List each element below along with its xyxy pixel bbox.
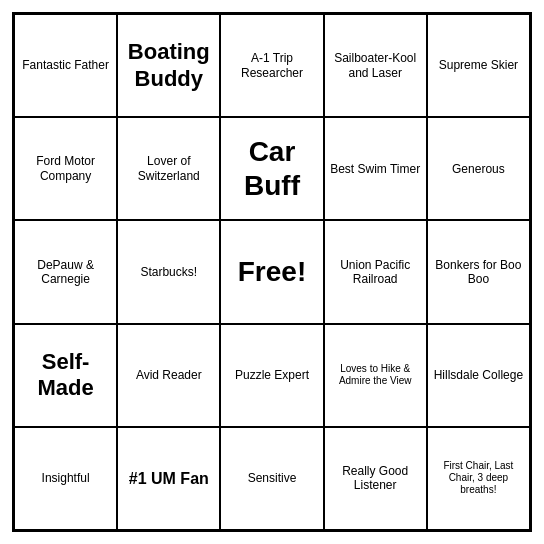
bingo-cell-r0c2: A-1 Trip Researcher [220,14,323,117]
bingo-cell-r3c3: Loves to Hike & Admire the View [324,324,427,427]
bingo-cell-r0c1: Boating Buddy [117,14,220,117]
bingo-cell-r1c1: Lover of Switzerland [117,117,220,220]
bingo-cell-r3c4: Hillsdale College [427,324,530,427]
bingo-cell-r1c4: Generous [427,117,530,220]
bingo-cell-r2c1: Starbucks! [117,220,220,323]
bingo-cell-r1c0: Ford Motor Company [14,117,117,220]
bingo-cell-r4c0: Insightful [14,427,117,530]
bingo-cell-r4c3: Really Good Listener [324,427,427,530]
bingo-cell-r1c2: Car Buff [220,117,323,220]
bingo-cell-r2c3: Union Pacific Railroad [324,220,427,323]
bingo-cell-r4c2: Sensitive [220,427,323,530]
bingo-cell-r0c4: Supreme Skier [427,14,530,117]
bingo-cell-r2c0: DePauw & Carnegie [14,220,117,323]
bingo-cell-r2c4: Bonkers for Boo Boo [427,220,530,323]
bingo-cell-r3c0: Self-Made [14,324,117,427]
bingo-cell-r2c2: Free! [220,220,323,323]
bingo-cell-r1c3: Best Swim Timer [324,117,427,220]
bingo-cell-r0c0: Fantastic Father [14,14,117,117]
bingo-cell-r4c1: #1 UM Fan [117,427,220,530]
bingo-cell-r3c1: Avid Reader [117,324,220,427]
bingo-cell-r3c2: Puzzle Expert [220,324,323,427]
bingo-cell-r0c3: Sailboater-Kool and Laser [324,14,427,117]
bingo-cell-r4c4: First Chair, Last Chair, 3 deep breaths! [427,427,530,530]
bingo-board: Fantastic FatherBoating BuddyA-1 Trip Re… [12,12,532,532]
